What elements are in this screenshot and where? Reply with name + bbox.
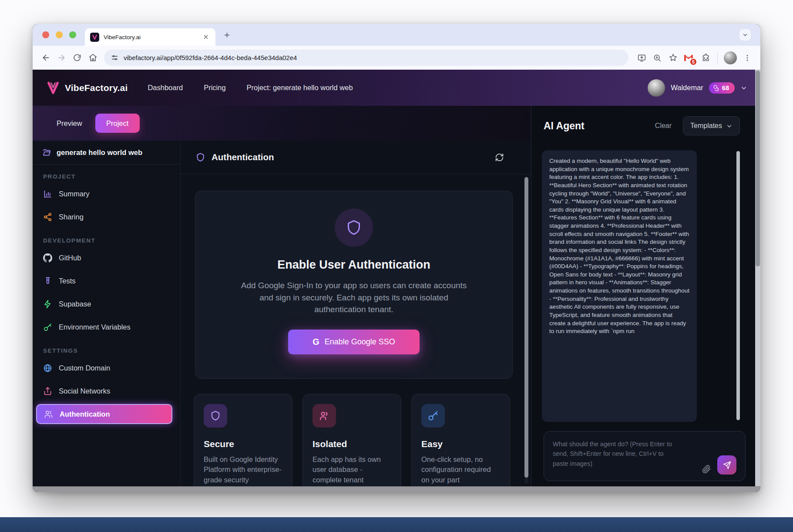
extensions-puzzle-icon[interactable] [698, 50, 714, 66]
lightning-icon [43, 300, 52, 309]
hero-description: Add Google Sign-In to your app so users … [240, 279, 468, 316]
page-scrollbar-thumb[interactable] [756, 71, 760, 266]
agent-title: AI Agent [544, 120, 585, 132]
nav-pricing[interactable]: Pricing [204, 84, 225, 92]
sidebar-item-custom-domain[interactable]: Custom Domain [33, 357, 180, 380]
shield-badge [335, 209, 373, 247]
tab-project[interactable]: Project [95, 114, 140, 133]
agent-input-box[interactable]: What should the agent do? (Press Enter t… [544, 431, 746, 481]
bar-chart-icon [43, 189, 52, 199]
sidebar-item-label: Tests [59, 277, 76, 285]
key-icon [421, 404, 445, 428]
project-name-row[interactable]: generate hello world web [33, 141, 180, 165]
agent-header: AI Agent Clear Templates [531, 106, 756, 135]
url-text[interactable]: vibefactory.ai/app/0f592fda-2664-4d4c-be… [124, 54, 297, 61]
back-icon[interactable] [38, 50, 54, 66]
sidebar-item-authentication[interactable]: Authentication [36, 404, 172, 424]
agent-message-bubble: Created a modern, beautiful "Hello World… [542, 150, 697, 422]
globe-icon [43, 364, 52, 373]
paperclip-icon [702, 465, 711, 474]
shield-icon [204, 404, 227, 428]
browser-tab[interactable]: VibeFactory.ai [85, 28, 215, 46]
attach-file-button[interactable] [702, 465, 711, 474]
home-icon[interactable] [85, 50, 101, 66]
feature-title: Easy [421, 439, 500, 449]
tab-preview[interactable]: Preview [57, 119, 82, 128]
close-window-button[interactable] [42, 31, 49, 38]
section-label-settings: SETTINGS [43, 347, 180, 354]
feature-title: Secure [204, 439, 282, 449]
agent-input-placeholder: What should the agent do? (Press Enter t… [553, 439, 679, 468]
enable-google-sso-button[interactable]: G Enable Google SSO [288, 330, 420, 354]
project-sidebar: generate hello world web PROJECT Summary… [33, 141, 181, 486]
new-tab-button[interactable] [221, 29, 233, 41]
sso-button-label: Enable Google SSO [325, 337, 395, 347]
page-scrollbar-vertical[interactable] [755, 70, 760, 486]
chevron-down-icon[interactable] [740, 84, 747, 91]
app-header: VibeFactory.ai Dashboard Pricing Project… [33, 70, 760, 106]
shield-icon [345, 219, 363, 236]
main-scrollbar[interactable] [524, 176, 528, 484]
nav-dashboard[interactable]: Dashboard [148, 84, 183, 92]
tab-search-button[interactable] [739, 29, 751, 40]
minimize-window-button[interactable] [56, 31, 63, 38]
test-tube-icon [43, 276, 52, 286]
credits-value: 68 [722, 84, 729, 91]
send-button[interactable] [717, 455, 736, 475]
toolbar-divider [717, 53, 718, 63]
github-icon [43, 253, 52, 263]
feature-description: Built on Google Identity Platform with e… [204, 455, 282, 485]
brand-name: VibeFactory.ai [65, 83, 128, 93]
main-scrollbar-thumb[interactable] [524, 177, 528, 478]
view-switcher: Preview Project [33, 106, 531, 141]
clear-button[interactable]: Clear [655, 122, 672, 130]
browser-window: VibeFactory.ai vibefactory [33, 24, 760, 492]
sidebar-item-sharing[interactable]: Sharing [33, 205, 180, 229]
ai-agent-panel: AI Agent Clear Templates Created a moder… [531, 106, 756, 486]
user-avatar[interactable] [648, 79, 665, 97]
share-upload-icon [43, 387, 52, 396]
refresh-icon[interactable] [495, 153, 504, 162]
sidebar-item-label: Custom Domain [59, 364, 110, 372]
window-controls [33, 31, 85, 38]
brand-logo[interactable]: VibeFactory.ai [46, 81, 128, 95]
site-favicon [90, 33, 99, 42]
forward-icon[interactable] [54, 50, 69, 66]
sidebar-item-label: Sharing [59, 213, 84, 221]
close-tab-icon[interactable] [202, 33, 210, 41]
install-app-icon[interactable] [634, 50, 649, 66]
page-title: Authentication [212, 152, 274, 162]
user-menu[interactable]: Waldemar 68 [648, 79, 747, 97]
credits-badge[interactable]: 68 [709, 82, 735, 94]
url-bar[interactable]: vibefactory.ai/app/0f592fda-2664-4d4c-be… [104, 50, 628, 66]
sidebar-item-github[interactable]: GitHub [33, 246, 180, 269]
sidebar-item-supabase[interactable]: Supabase [33, 293, 180, 316]
browser-profile-avatar[interactable] [724, 51, 737, 64]
project-name: generate hello world web [57, 148, 142, 157]
sidebar-item-environment-variables[interactable]: Environment Variables [33, 316, 180, 339]
coins-icon [713, 84, 719, 91]
page-scrollbar-horizontal[interactable] [33, 486, 760, 492]
main-panel: Authentication Enable User Authenticatio… [181, 141, 531, 486]
fullscreen-window-button[interactable] [69, 31, 76, 38]
zoom-page-icon[interactable] [649, 50, 665, 66]
templates-label: Templates [690, 122, 722, 130]
browser-menu-icon[interactable] [739, 50, 755, 66]
tab-strip: VibeFactory.ai [33, 24, 760, 46]
gmail-extension-icon[interactable]: 5 [681, 50, 696, 66]
sidebar-item-summary[interactable]: Summary [33, 182, 180, 205]
sidebar-item-social-networks[interactable]: Social Networks [33, 380, 180, 403]
bookmark-star-icon[interactable] [665, 50, 681, 66]
site-settings-icon[interactable] [111, 54, 118, 61]
templates-button[interactable]: Templates [683, 116, 740, 135]
agent-scrollbar-thumb[interactable] [736, 151, 740, 420]
sidebar-item-tests[interactable]: Tests [33, 269, 180, 293]
section-label-development: DEVELOPMENT [43, 237, 180, 244]
feature-card-easy: Easy One-click setup, no configuration r… [411, 394, 510, 486]
users-icon [44, 410, 53, 419]
feature-card-secure: Secure Built on Google Identity Platform… [194, 394, 292, 486]
reload-icon[interactable] [69, 50, 85, 66]
auth-hero-card: Enable User Authentication Add Google Si… [195, 191, 513, 379]
shield-icon [195, 152, 205, 162]
vibefactory-logo-icon [46, 81, 60, 95]
